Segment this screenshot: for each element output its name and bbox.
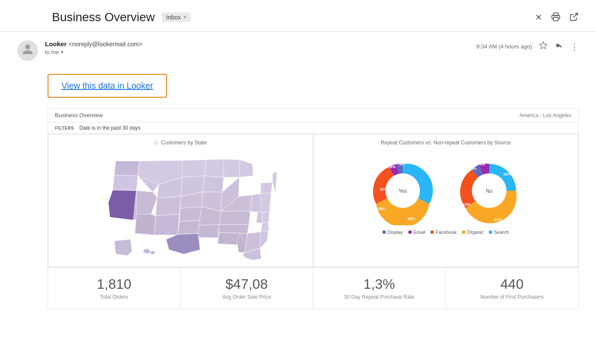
- stat-label-repeat-rate: 30 Day Repeat Purchase Rate: [320, 294, 439, 300]
- email-title-area: Business Overview Inbox ×: [52, 10, 191, 24]
- inbox-badge-label: Inbox: [166, 14, 181, 21]
- svg-marker-44: [114, 239, 132, 256]
- svg-text:No: No: [486, 188, 493, 194]
- svg-marker-42: [260, 182, 272, 194]
- donut-charts-container: Yes 30% 35% 18% 14% 4%: [319, 149, 573, 238]
- legend-dot-email: [408, 230, 412, 234]
- svg-marker-26: [224, 159, 240, 177]
- svg-marker-21: [204, 159, 225, 177]
- dashboard-embed: Business Overview America - Los Angeles …: [48, 108, 579, 309]
- legend-facebook: Facebook: [430, 230, 456, 235]
- svg-text:25%: 25%: [503, 172, 511, 176]
- stat-label-avg-order: Avg Order Sale Price: [188, 294, 306, 300]
- email-time-area: 9:34 AM (4 hours ago) ⋮: [476, 41, 579, 52]
- svg-marker-11: [136, 191, 157, 214]
- page-title: Business Overview: [52, 10, 155, 24]
- email-header: Business Overview Inbox × ✕: [0, 0, 596, 32]
- stat-repeat-rate: 1,3% 30 Day Repeat Purchase Rate: [313, 268, 446, 309]
- svg-marker-25: [198, 224, 219, 238]
- svg-text:35%: 35%: [407, 217, 415, 221]
- stat-avg-order: $47,08 Avg Order Sale Price: [181, 268, 314, 309]
- legend-display: Display: [382, 230, 403, 235]
- svg-marker-41: [260, 193, 271, 213]
- svg-marker-14: [154, 214, 179, 235]
- svg-marker-28: [239, 160, 253, 177]
- header-actions: ✕: [535, 12, 579, 23]
- svg-rect-1: [554, 17, 558, 20]
- legend-dot-facebook: [430, 230, 434, 234]
- stat-value-repeat-rate: 1,3%: [320, 276, 439, 292]
- reply-icon[interactable]: [554, 41, 563, 52]
- svg-point-46: [150, 251, 155, 254]
- svg-text:14%: 14%: [388, 165, 395, 169]
- svg-marker-37: [260, 230, 268, 248]
- avatar-icon: [22, 43, 34, 58]
- svg-marker-39: [262, 211, 269, 223]
- legend-email: Email: [408, 230, 426, 235]
- map-title-dot: [154, 141, 158, 144]
- more-options-icon[interactable]: ⋮: [570, 42, 579, 52]
- svg-marker-13: [135, 214, 155, 235]
- legend-dot-search: [489, 230, 492, 234]
- view-looker-button[interactable]: View this data in Looker: [48, 74, 167, 98]
- legend-organic: Organic: [462, 230, 484, 235]
- svg-text:8%: 8%: [479, 162, 485, 166]
- donut-cell: Repeat Customers vs. Non-repeat Customer…: [313, 134, 578, 267]
- svg-marker-31: [219, 211, 250, 225]
- donut-row: Yes 30% 35% 18% 14% 4%: [368, 156, 524, 225]
- svg-marker-4: [114, 161, 139, 176]
- email-time: 9:34 AM (4 hours ago): [476, 43, 532, 50]
- svg-text:4%: 4%: [399, 162, 404, 166]
- svg-marker-20: [166, 233, 200, 254]
- email-body: View this data in Looker Business Overvi…: [0, 70, 596, 318]
- svg-marker-3: [540, 42, 547, 49]
- to-me-dropdown-icon[interactable]: ▾: [61, 49, 64, 55]
- star-icon[interactable]: [539, 41, 548, 52]
- svg-text:13%: 13%: [462, 202, 470, 207]
- open-external-icon[interactable]: [569, 12, 579, 23]
- legend-dot-display: [382, 230, 386, 234]
- view-looker-label: View this data in Looker: [61, 81, 153, 90]
- stat-first-purchasers: 440 Number of First Purchasers: [446, 268, 579, 309]
- no-donut: No 25% 44% 13% 9% 8%: [455, 156, 524, 225]
- filter-value: Date is in the past 30 days: [79, 125, 140, 131]
- stat-label-first-purchasers: Number of First Purchasers: [453, 294, 572, 300]
- svg-marker-5: [112, 175, 138, 191]
- close-icon[interactable]: ✕: [535, 13, 542, 22]
- yes-donut: Yes 30% 35% 18% 14% 4%: [368, 156, 437, 225]
- stat-value-avg-order: $47,08: [188, 276, 306, 292]
- legend-search: Search: [489, 230, 509, 235]
- avatar: [17, 40, 38, 61]
- dashboard-header: Business Overview America - Los Angeles: [48, 109, 578, 122]
- stat-value-total-orders: 1,810: [55, 276, 173, 292]
- sender-info: Looker <noreply@lookermail.com> to me ▾: [45, 40, 469, 55]
- print-icon[interactable]: [551, 12, 561, 23]
- svg-marker-30: [250, 194, 262, 213]
- sender-email: <noreply@lookermail.com>: [68, 41, 142, 48]
- svg-marker-12: [155, 196, 180, 215]
- stat-total-orders: 1,810 Total Orders: [48, 268, 181, 309]
- svg-marker-40: [256, 211, 262, 223]
- to-me[interactable]: to me ▾: [45, 49, 469, 55]
- filters-label: FILTERS: [55, 126, 74, 131]
- donut-title: Repeat Customers vs. Non-repeat Customer…: [319, 140, 573, 146]
- svg-marker-19: [178, 220, 200, 234]
- svg-marker-22: [203, 176, 224, 192]
- inbox-badge[interactable]: Inbox ×: [162, 13, 191, 22]
- stats-row: 1,810 Total Orders $47,08 Avg Order Sale…: [48, 267, 578, 309]
- svg-text:18%: 18%: [377, 207, 385, 211]
- us-map-svg: [68, 149, 293, 262]
- inbox-badge-close[interactable]: ×: [183, 14, 186, 20]
- svg-text:9%: 9%: [471, 166, 476, 171]
- svg-line-2: [573, 13, 577, 17]
- map-title: Customers by State: [54, 140, 308, 146]
- dashboard-timezone: America - Los Angeles: [519, 112, 571, 118]
- stat-value-first-purchasers: 440: [453, 276, 572, 292]
- donut-legend: Display Email Facebook Organic: [382, 230, 509, 235]
- dashboard-title: Business Overview: [55, 112, 103, 118]
- svg-marker-6: [108, 190, 136, 220]
- svg-marker-18: [179, 207, 201, 221]
- email-meta: Looker <noreply@lookermail.com> to me ▾ …: [0, 32, 596, 70]
- sender-name: Looker: [45, 40, 67, 48]
- svg-marker-32: [218, 224, 249, 233]
